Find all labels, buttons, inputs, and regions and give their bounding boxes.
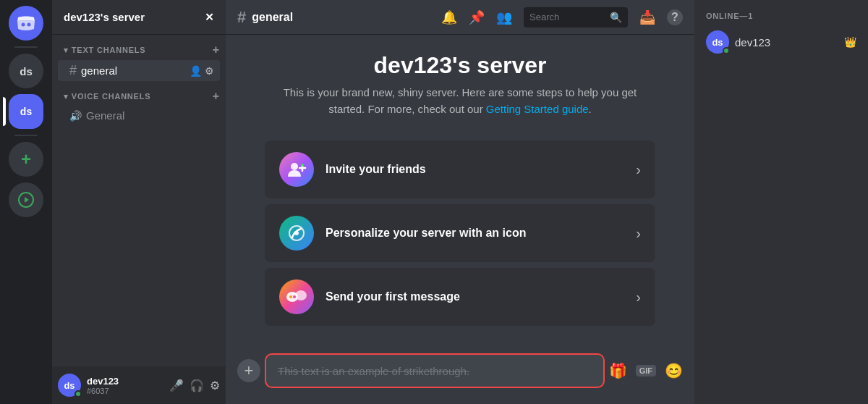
channel-item-general-voice[interactable]: 🔊 General — [58, 106, 220, 125]
welcome-title: dev123's server — [265, 52, 655, 79]
send-message-chevron-icon: › — [636, 289, 641, 306]
chevron-down-icon: ✕ — [205, 11, 214, 24]
personalize-card[interactable]: Personalize your server with an icon › — [265, 204, 655, 262]
members-icon[interactable]: 👥 — [496, 9, 512, 25]
server-icon-ds[interactable]: ds — [9, 54, 43, 88]
message-input-area: + 🎁 GIF 😊 — [226, 355, 694, 404]
server-name: dev123's server — [64, 11, 145, 23]
add-voice-channel-icon[interactable]: + — [213, 90, 220, 103]
member-avatar-dev123: ds — [706, 30, 729, 54]
headphones-icon[interactable]: 🎧 — [190, 379, 204, 392]
action-cards: Invite your friends › Personalize your s… — [265, 140, 655, 326]
svg-point-1 — [27, 23, 31, 27]
discord-home-button[interactable] — [9, 6, 43, 41]
gift-icon[interactable]: 🎁 — [609, 362, 627, 379]
bell-icon[interactable]: 🔔 — [441, 9, 457, 25]
welcome-description: This is your brand new, shiny server. He… — [265, 85, 655, 117]
svg-point-9 — [294, 231, 299, 235]
channel-header-name: general — [252, 11, 293, 24]
channel-hash-icon: # — [237, 8, 246, 27]
invite-friends-card[interactable]: Invite your friends › — [265, 140, 655, 198]
send-message-card[interactable]: Send your first message › — [265, 268, 655, 326]
svg-marker-3 — [25, 197, 29, 203]
attach-button[interactable]: + — [237, 359, 260, 382]
inbox-icon[interactable]: 📥 — [639, 9, 655, 25]
voice-channels-label: VOICE CHANNELS — [72, 92, 151, 101]
message-input-box[interactable] — [266, 355, 603, 387]
right-panel: ONLINE—1 ds dev123 👑 — [694, 0, 868, 404]
volume-icon: 🔊 — [69, 110, 82, 122]
search-input[interactable] — [529, 12, 605, 22]
voice-category-chevron-icon: ▾ — [64, 92, 69, 101]
channel-sidebar: dev123's server ✕ ▾ TEXT CHANNELS + # ge… — [52, 0, 226, 404]
help-icon[interactable]: ? — [667, 9, 683, 25]
add-server-button[interactable]: + — [9, 142, 43, 177]
server-list-divider — [14, 46, 38, 48]
invite-friends-label: Invite your friends — [326, 163, 624, 176]
messages-area: dev123's server This is your brand new, … — [226, 35, 694, 355]
personalize-card-icon — [279, 216, 314, 251]
svg-point-11 — [295, 290, 307, 300]
svg-point-12 — [289, 295, 292, 298]
user-info: dev123 #6037 — [87, 376, 163, 395]
member-item-dev123[interactable]: ds dev123 👑 — [700, 26, 862, 58]
member-status-dot — [723, 47, 730, 54]
svg-point-4 — [291, 163, 298, 170]
user-panel: ds dev123 #6037 🎤 🎧 ⚙ — [52, 366, 226, 404]
search-icon: 🔍 — [610, 12, 622, 23]
send-message-card-icon — [279, 279, 314, 314]
online-members-category: ONLINE—1 — [700, 12, 862, 20]
main-content: # general 🔔 📌 👥 🔍 📥 ? dev123's server Th… — [226, 0, 694, 404]
emoji-icon[interactable]: 😊 — [665, 362, 683, 379]
category-chevron-icon: ▾ — [64, 46, 69, 55]
getting-started-link[interactable]: Getting Started guide — [486, 103, 589, 115]
channel-header: # general 🔔 📌 👥 🔍 📥 ? — [226, 0, 694, 35]
crown-icon: 👑 — [844, 36, 856, 48]
invite-chevron-icon: › — [636, 161, 641, 178]
text-channels-label: TEXT CHANNELS — [72, 46, 146, 54]
server-list: ds ds + — [0, 0, 52, 404]
invite-card-icon — [279, 152, 314, 187]
search-box[interactable]: 🔍 — [524, 7, 628, 28]
server-list-divider-2 — [14, 135, 38, 136]
invite-people-icon[interactable]: 👤 — [190, 65, 202, 77]
personalize-chevron-icon: › — [636, 225, 641, 242]
server-icon-active[interactable]: ds — [9, 94, 43, 129]
voice-channels-category[interactable]: ▾ VOICE CHANNELS + — [52, 87, 226, 106]
channel-list: ▾ TEXT CHANNELS + # general 👤 ⚙ ▾ VOICE … — [52, 35, 226, 366]
text-channels-category[interactable]: ▾ TEXT CHANNELS + — [52, 41, 226, 59]
user-avatar: ds — [58, 374, 81, 397]
add-text-channel-icon[interactable]: + — [213, 43, 220, 56]
svg-point-0 — [22, 23, 25, 27]
send-message-label: Send your first message — [326, 290, 624, 303]
server-name-header[interactable]: dev123's server ✕ — [52, 0, 226, 35]
header-icons: 🔔 📌 👥 🔍 📥 ? — [441, 7, 683, 28]
channel-settings-icon[interactable]: ⚙ — [205, 65, 214, 77]
personalize-label: Personalize your server with an icon — [326, 227, 624, 240]
member-name-dev123: dev123 — [735, 36, 838, 49]
svg-point-7 — [301, 164, 304, 167]
message-input[interactable] — [278, 365, 592, 377]
channel-name-general-voice: General — [86, 109, 214, 122]
username: dev123 — [87, 376, 163, 387]
channel-item-general[interactable]: # general 👤 ⚙ — [58, 60, 220, 81]
hash-icon: # — [69, 63, 77, 78]
user-settings-icon[interactable]: ⚙ — [210, 379, 220, 392]
welcome-section: dev123's server This is your brand new, … — [265, 52, 655, 129]
input-right-icons: 🎁 GIF 😊 — [609, 362, 683, 379]
gif-button[interactable]: GIF — [636, 365, 656, 376]
pin-icon[interactable]: 📌 — [469, 9, 485, 25]
channel-name-general: general — [81, 64, 190, 77]
mic-icon[interactable]: 🎤 — [169, 379, 184, 392]
user-discriminator: #6037 — [87, 387, 163, 395]
explore-button[interactable] — [9, 182, 43, 217]
status-indicator — [75, 390, 82, 397]
svg-point-13 — [293, 295, 296, 298]
